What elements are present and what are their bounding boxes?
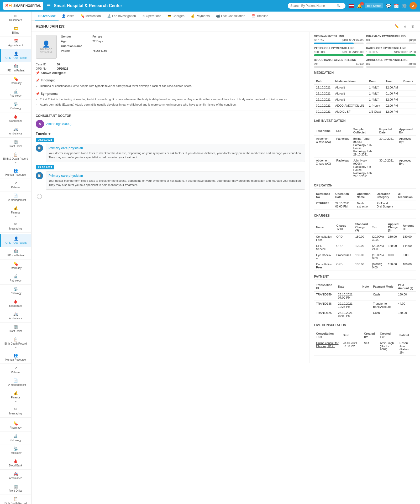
sidebar-item-birth-death[interactable]: 📋 Birth & Death Record ▶ [0, 150, 31, 166]
findings-section: 📌 Findings: Diarrhea or constipation Som… [36, 79, 305, 88]
timeline-title: Timeline [36, 131, 305, 136]
sidebar-item-blood-bank2[interactable]: 🩸 Blood Bank [0, 297, 31, 310]
sidebar-item-blood-bank[interactable]: 🩸 Blood Bank [0, 112, 31, 125]
tab-medication[interactable]: 💊 Medication [77, 12, 104, 21]
sidebar-item-ambulance[interactable]: 🚑 Ambulance [0, 125, 31, 138]
sidebar-item-ipd2[interactable]: 🏥 IPD - In Patient [0, 247, 31, 259]
billing-ambulance: AMBULANCE PAYMENT/BILLING 0% $0/$0 [366, 59, 416, 68]
table-row: TRANID13829.10.2021 12:23 PMTransfer to … [314, 301, 416, 310]
sidebar-item-referral[interactable]: ↗ Referral [0, 179, 31, 191]
tab-lab[interactable]: 🔬 Lab Investigation [104, 12, 139, 21]
sidebar-item-opd[interactable]: 👤 OPD - Out Patient [0, 49, 31, 62]
blood-bank-icon: 🩸 [13, 115, 18, 119]
ch-col-tax: Tax [370, 221, 386, 234]
table-row: 29.10.2021Alprovit1 ((ML))12:00 AM [314, 85, 416, 91]
known-allergies-title: 📌 Known Allergies: [36, 71, 305, 75]
edit-patient-button[interactable]: ✏️ [393, 24, 400, 29]
sidebar-item-dashboard[interactable]: ⊞ Dashboard [0, 12, 31, 24]
user-avatar[interactable]: A [410, 2, 417, 9]
finance-arrow: ▶ [15, 215, 17, 218]
whatsapp-icon[interactable]: 💬 [386, 3, 391, 8]
sidebar-item-appointment[interactable]: 📅 Appointment [0, 37, 31, 49]
patient-page: ⊞ Overview 👤 Visits 💊 Medication 🔬 Lab I… [32, 12, 420, 504]
sidebar-label-opd: OPD - Out Patient [6, 56, 27, 60]
print-patient-button[interactable]: 🖨 [402, 24, 408, 29]
sidebar-item-pathology2[interactable]: 🔬 Pathology [0, 272, 31, 285]
sidebar-item-billing[interactable]: 💳 Billing [0, 24, 31, 37]
tab-visits[interactable]: 👤 Visits [59, 12, 77, 21]
calendar-icon[interactable]: 📅 [394, 3, 399, 8]
sidebar-item-radiology3[interactable]: 📡 Radiology [0, 444, 31, 457]
front-office2-icon: 🏢 [13, 325, 18, 329]
info-row-guardian: Guardian Name [61, 44, 305, 48]
timeline-date-badge-1: 29.10.2021 [36, 138, 54, 142]
timeline-item-1: 📋 Primary care physician Your doctor may… [36, 144, 305, 162]
tab-operations[interactable]: ✕ Operations [139, 12, 165, 21]
sidebar-item-front-office[interactable]: 🏢 Front Office [0, 138, 31, 150]
timeline-icon-1: 📋 [36, 144, 43, 152]
tab-timeline[interactable]: 📅 Timeline [248, 12, 271, 21]
sidebar-item-radiology2[interactable]: 📡 Radiology [0, 285, 31, 297]
sidebar-item-referral2[interactable]: ↗ Referral [0, 364, 31, 376]
sidebar-item-birth-death2[interactable]: 📋 Birth Death Record ▶ [0, 335, 31, 351]
sidebar-item-human-resource[interactable]: 👥 Human Resource [0, 166, 31, 179]
sidebar-item-human-resource2[interactable]: 👥 Human Resource [0, 351, 31, 364]
tab-charges[interactable]: 💳 Charges [164, 12, 187, 21]
timeline-icon-2: 📋 [36, 172, 43, 179]
sidebar-item-birth-death3[interactable]: 📋 Birth Death Record ▶ [0, 495, 31, 504]
med-col-medicine: Medicine Name [333, 78, 367, 85]
sidebar-item-pharmacy[interactable]: 💊 Pharmacy [0, 75, 31, 87]
sidebar-item-front-office3[interactable]: 🏢 Front Office [0, 482, 31, 495]
sidebar-item-pharmacy3[interactable]: 💊 Pharmacy [0, 419, 31, 432]
search-input[interactable] [290, 4, 335, 8]
search-bar: 🔍 [288, 3, 345, 9]
findings-dot-icon: 📌 [36, 79, 40, 82]
operations-tab-label: Operations [146, 14, 161, 18]
sidebar-item-ambulance2[interactable]: 🚑 Ambulance [0, 310, 31, 323]
notification-icon[interactable]: 🔔 1 [357, 3, 362, 8]
sidebar-item-messaging[interactable]: ✉ Messaging [0, 220, 31, 233]
timeline-tab-icon: 📅 [251, 14, 255, 18]
left-column: 👤 NO IMAGE AVAILABLE Gender Female Age [32, 32, 310, 363]
bed-status-button[interactable]: Bed Status [365, 3, 383, 8]
age-label: Age [61, 40, 92, 43]
timeline-tab-label: Timeline [256, 14, 268, 18]
hamburger-menu[interactable]: ☰ [46, 3, 51, 9]
live-tab-label: Live Consultation [221, 14, 245, 18]
tab-overview[interactable]: ⊞ Overview [35, 12, 59, 21]
lab-tab-icon: 🔬 [107, 14, 111, 18]
sidebar-item-opd2[interactable]: 👤 OPD - Out Patient [0, 234, 31, 247]
sidebar-item-finance[interactable]: 💰 Finance ▶ [0, 204, 31, 220]
sidebar-item-ipd[interactable]: 🏥 IPD - In Patient [0, 62, 31, 75]
billing-radiology: RADIOLOGY PAYMENT/BILLING 100.00% $192.0… [366, 47, 416, 56]
sidebar-item-messaging2[interactable]: ✉ Messaging [0, 405, 31, 418]
payments-tab-icon: 💰 [191, 14, 195, 18]
tab-live[interactable]: 📹 Live Consultation [213, 12, 248, 21]
consultant-name[interactable]: Amit Singh (9009) [46, 122, 71, 126]
sidebar-item-finance2[interactable]: 💰 Finance ▶ [0, 389, 31, 405]
billing-radiology-pct: 100.00% $192.00/$192.00 [366, 50, 416, 54]
sidebar-label-birth-death3: Birth Death Record [4, 502, 27, 504]
tpa2-icon: 📄 [13, 378, 18, 383]
table-row: OTREF1529.10.2021 01:00 PMTooth extracti… [314, 200, 416, 210]
sidebar-item-tpa[interactable]: 📄 TPA Management [0, 191, 31, 204]
sidebar-item-front-office2[interactable]: 🏢 Front Office [0, 323, 31, 335]
flag-icon[interactable] [349, 4, 354, 8]
sidebar-item-pathology3[interactable]: 🔬 Pathology [0, 432, 31, 444]
info-row-phone: Phone 789654130 [61, 49, 305, 52]
allergies-label: Known Allergies: [41, 71, 66, 75]
timeline-section: Timeline 29.10.2021 📋 Primary care physi… [36, 131, 305, 200]
sidebar-item-radiology[interactable]: 📡 Radiology [0, 100, 31, 112]
sidebar-item-ambulance3[interactable]: 🚑 Ambulance [0, 470, 31, 482]
sidebar-item-pharmacy2[interactable]: 💊 Pharmacy [0, 259, 31, 272]
timeline-date-badge-2: 29.10.2021 [36, 165, 54, 169]
consultant-section: CONSULTANT DOCTOR A Amit Singh (9009) [36, 111, 305, 128]
sidebar-item-pathology[interactable]: 🔬 Pathology [0, 87, 31, 100]
lab-table: Test Name Lab Sample Collected Expected … [314, 126, 416, 179]
tab-payments[interactable]: 💰 Payments [188, 12, 213, 21]
sidebar-item-blood-bank3[interactable]: 🩸 Blood Bank [0, 457, 31, 470]
sidebar-item-tpa2[interactable]: 📄 TPA Management [0, 376, 31, 389]
settings-icon[interactable]: ⚙️ [402, 3, 407, 8]
delete-patient-button[interactable]: 🗑 [410, 24, 416, 29]
billing-pharmacy-label: PHARMACY PAYMENT/BILLING [366, 35, 416, 38]
